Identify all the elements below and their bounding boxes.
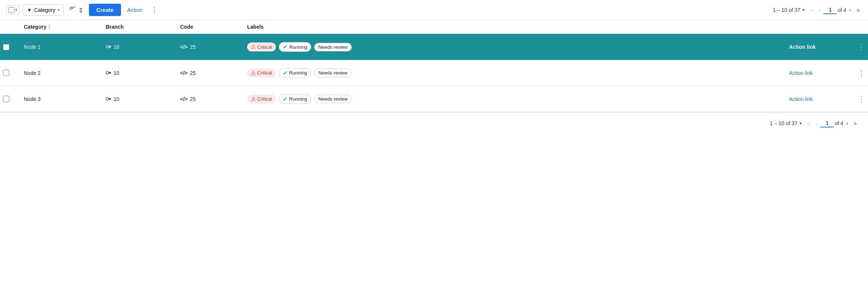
code-icon: </> [180, 96, 188, 102]
row-checkbox-cell[interactable] [0, 41, 21, 53]
th-labels: Labels [244, 24, 786, 30]
row-branch-value: 10 [114, 96, 119, 102]
branch-icon: ⚩ [106, 43, 111, 51]
row-category-cell: Node 2 [21, 67, 103, 79]
row-branch-cell: ⚩ 10 [103, 40, 177, 54]
row-code-cell: </> 25 [177, 93, 244, 105]
th-branch-label: Branch [106, 24, 124, 30]
create-button[interactable]: Create [89, 4, 121, 16]
sort-button[interactable]: ⇕ [67, 4, 86, 16]
footer-pagination-info: 1 – 10 of 37 ▾ [770, 120, 802, 126]
row-category-cell: Node 3 [21, 93, 103, 105]
select-all-checkbox-wrapper[interactable]: ▾ [6, 5, 20, 15]
label-running: ✔ Running [279, 42, 311, 52]
pagination-range: 1 – 10 of 37 [773, 7, 800, 13]
row-action-cell[interactable]: Action link [786, 93, 853, 105]
label-critical: ⚠ Critical [247, 69, 276, 77]
footer-first-page-button[interactable]: « [805, 118, 813, 128]
row-checkbox[interactable] [3, 70, 9, 76]
row-branch-value: 10 [114, 44, 119, 50]
critical-icon: ⚠ [251, 70, 256, 76]
code-icon: </> [180, 70, 188, 76]
row-more-cell[interactable]: ⋮ [853, 38, 868, 56]
action-button[interactable]: Action [124, 5, 146, 15]
label-running: ✔ Running [279, 68, 311, 78]
row-labels-cell: ⚠ Critical ✔ Running Needs review [244, 91, 786, 107]
table-row: Node 2 ⚩ 10 </> 25 ⚠ Critical ✔ Running … [0, 60, 868, 86]
th-category: Category ▲▼ [21, 24, 103, 30]
toolbar: ▾ ▼ Category ▾ ⇕ Create Action ⋮ 1 – 10 … [0, 0, 868, 20]
page-of-text: of 4 [837, 7, 846, 13]
row-labels-cell: ⚠ Critical ✔ Running Needs review [244, 65, 786, 81]
table-row: Node 1 ⚩ 10 </> 25 ⚠ Critical ✔ Running … [0, 34, 868, 60]
label-running: ✔ Running [279, 94, 311, 104]
label-needs-review: Needs review [314, 43, 352, 51]
row-category-value: Node 1 [24, 44, 41, 50]
footer-pagination-nav: « ‹ of 4 › » [805, 118, 859, 128]
row-checkbox-cell[interactable] [0, 93, 21, 105]
footer-pagination: 1 – 10 of 37 ▾ « ‹ of 4 › » [0, 112, 868, 134]
pagination-nav: « ‹ of 4 › » [808, 5, 862, 15]
table-header: Category ▲▼ Branch Code Labels [0, 20, 868, 34]
page-number-input[interactable] [823, 6, 837, 14]
select-all-checkbox[interactable] [9, 7, 15, 13]
footer-prev-page-button[interactable]: ‹ [813, 118, 820, 128]
category-sort-indicator: ▲▼ [48, 24, 51, 30]
row-code-cell: </> 25 [177, 67, 244, 79]
next-page-button[interactable]: › [847, 5, 853, 15]
filter-label: Category [34, 7, 55, 13]
data-table: Category ▲▼ Branch Code Labels Node 1 ⚩ … [0, 20, 868, 112]
row-checkbox-cell[interactable] [0, 67, 21, 79]
row-code-value: 25 [190, 96, 196, 102]
branch-icon: ⚩ [106, 95, 111, 103]
row-branch-value: 10 [114, 70, 119, 76]
row-branch-cell: ⚩ 10 [103, 66, 177, 80]
footer-page-number-input[interactable] [820, 119, 834, 127]
row-action-cell[interactable]: Action link [786, 67, 853, 79]
row-more-button[interactable]: ⋮ [856, 41, 867, 53]
pagination-info: 1 – 10 of 37 ▾ [773, 7, 805, 13]
th-labels-label: Labels [247, 24, 264, 30]
row-action-link[interactable]: Action link [789, 70, 813, 76]
more-options-button[interactable]: ⋮ [149, 4, 160, 16]
branch-icon: ⚩ [106, 69, 111, 77]
row-category-value: Node 2 [24, 70, 41, 76]
row-category-value: Node 3 [24, 96, 41, 102]
code-icon: </> [180, 44, 188, 50]
category-filter-button[interactable]: ▼ Category ▾ [23, 4, 64, 16]
row-action-cell[interactable]: Action link [786, 41, 853, 53]
row-action-link[interactable]: Action link [789, 44, 816, 50]
pagination-dropdown-arrow[interactable]: ▾ [802, 7, 805, 12]
footer-pagination-dropdown-arrow[interactable]: ▾ [800, 121, 802, 126]
row-code-value: 25 [190, 70, 196, 76]
row-more-button[interactable]: ⋮ [856, 67, 867, 79]
label-critical: ⚠ Critical [247, 95, 276, 104]
row-action-link[interactable]: Action link [789, 96, 813, 102]
footer-next-page-button[interactable]: › [844, 118, 851, 128]
select-all-dropdown-arrow[interactable]: ▾ [15, 8, 17, 12]
sort-icon [69, 5, 76, 13]
th-branch: Branch [103, 24, 177, 30]
row-checkbox[interactable] [3, 44, 9, 50]
row-category-cell: Node 1 [21, 41, 103, 53]
table-row: Node 3 ⚩ 10 </> 25 ⚠ Critical ✔ Running … [0, 86, 868, 112]
table-body: Node 1 ⚩ 10 </> 25 ⚠ Critical ✔ Running … [0, 34, 868, 112]
label-critical: ⚠ Critical [247, 42, 276, 51]
th-category-label: Category [24, 24, 47, 30]
th-code-label: Code [180, 24, 193, 30]
row-more-cell[interactable]: ⋮ [853, 64, 868, 82]
first-page-button[interactable]: « [808, 5, 816, 15]
running-icon: ✔ [283, 70, 288, 76]
footer-last-page-button[interactable]: » [851, 118, 859, 128]
last-page-button[interactable]: » [854, 5, 862, 15]
row-more-button[interactable]: ⋮ [856, 93, 867, 105]
row-more-cell[interactable]: ⋮ [853, 90, 868, 108]
critical-icon: ⚠ [251, 44, 256, 50]
footer-pagination-range: 1 – 10 of 37 [770, 120, 797, 126]
prev-page-button[interactable]: ‹ [816, 5, 823, 15]
running-icon: ✔ [283, 96, 288, 102]
row-checkbox[interactable] [3, 96, 9, 102]
filter-icon: ▼ [27, 7, 32, 13]
footer-page-of-text: of 4 [835, 120, 843, 126]
row-branch-cell: ⚩ 10 [103, 92, 177, 106]
